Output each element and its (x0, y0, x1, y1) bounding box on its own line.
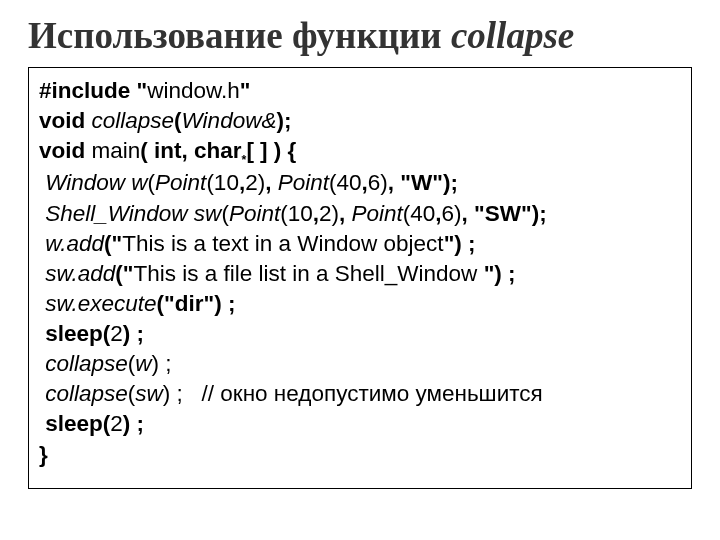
code-line: void collapse(Window&); (39, 106, 681, 136)
slide-title: Использование функции collapse (28, 14, 692, 57)
title-text: Использование функции (28, 15, 451, 56)
code-line: sw.add("This is a file list in a Shell_W… (39, 259, 681, 289)
code-line: void main( int, char*[ ] ) { (39, 136, 681, 168)
code-line: } (39, 440, 681, 470)
code-comment: // окно недопустимо уменьшится (183, 381, 543, 406)
slide: Использование функции collapse #include … (0, 0, 720, 540)
code-line: collapse(sw) ; // окно недопустимо умень… (39, 379, 681, 409)
code-line: w.add("This is a text in a Window object… (39, 229, 681, 259)
title-keyword: collapse (451, 15, 574, 56)
code-line: sleep(2) ; (39, 319, 681, 349)
code-line: collapse(w) ; (39, 349, 681, 379)
code-line: sleep(2) ; (39, 409, 681, 439)
code-line: Shell_Window sw(Point(10,2), Point(40,6)… (39, 199, 681, 229)
code-line: #include "window.h" (39, 76, 681, 106)
code-line: Window w(Point(10,2), Point(40,6), "W"); (39, 168, 681, 198)
code-line: sw.execute("dir") ; (39, 289, 681, 319)
code-block: #include "window.h" void collapse(Window… (28, 67, 692, 489)
